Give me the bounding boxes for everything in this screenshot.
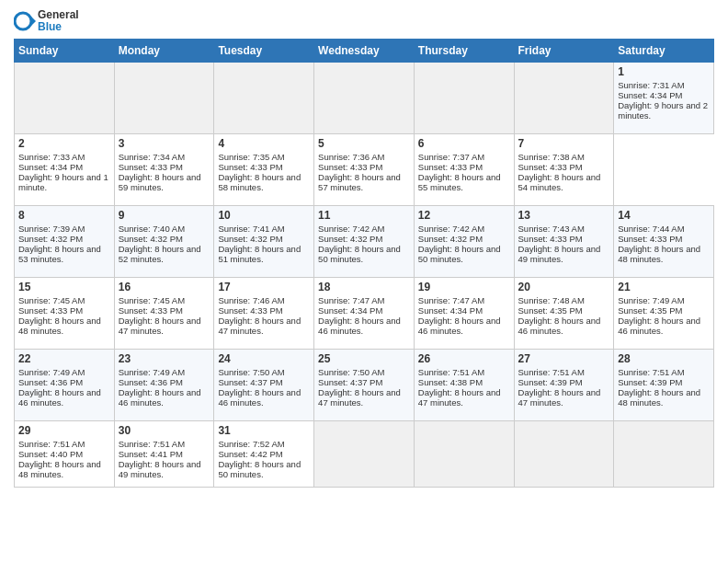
day-cell-15: 15Sunrise: 7:45 AMSunset: 4:33 PMDayligh… xyxy=(15,278,115,350)
day-header-thursday: Thursday xyxy=(414,40,514,63)
day-number: 6 xyxy=(418,137,510,150)
day-cell-23: 23Sunrise: 7:49 AMSunset: 4:36 PMDayligh… xyxy=(114,350,214,421)
day-number: 12 xyxy=(418,209,510,222)
day-number: 14 xyxy=(618,209,710,222)
day-cell-3: 3Sunrise: 7:34 AMSunset: 4:33 PMDaylight… xyxy=(114,134,214,206)
day-cell-29: 29Sunrise: 7:51 AMSunset: 4:40 PMDayligh… xyxy=(15,421,115,488)
day-number: 27 xyxy=(518,352,610,365)
day-cell-4: 4Sunrise: 7:35 AMSunset: 4:33 PMDaylight… xyxy=(214,134,314,206)
day-cell-12: 12Sunrise: 7:42 AMSunset: 4:32 PMDayligh… xyxy=(414,206,514,278)
day-number: 11 xyxy=(318,209,410,222)
day-header-wednesday: Wednesday xyxy=(314,40,415,63)
day-cell-9: 9Sunrise: 7:40 AMSunset: 4:32 PMDaylight… xyxy=(114,206,214,278)
day-number: 19 xyxy=(418,281,510,293)
day-cell-31: 31Sunrise: 7:52 AMSunset: 4:42 PMDayligh… xyxy=(214,421,314,488)
logo: General Blue xyxy=(14,9,79,33)
day-cell-5: 5Sunrise: 7:36 AMSunset: 4:33 PMDaylight… xyxy=(314,134,415,206)
day-cell-19: 19Sunrise: 7:47 AMSunset: 4:34 PMDayligh… xyxy=(414,278,514,350)
day-cell-22: 22Sunrise: 7:49 AMSunset: 4:36 PMDayligh… xyxy=(15,350,115,421)
calendar-container: General Blue SundayMondayTuesdayWednesda… xyxy=(0,0,728,497)
empty-cell xyxy=(614,421,714,488)
empty-cell xyxy=(114,63,214,134)
day-number: 29 xyxy=(18,424,110,437)
calendar-table: SundayMondayTuesdayWednesdayThursdayFrid… xyxy=(14,39,714,488)
empty-cell xyxy=(314,63,415,134)
day-number: 21 xyxy=(618,281,710,293)
day-number: 16 xyxy=(119,281,210,293)
day-number: 28 xyxy=(618,352,710,365)
day-cell-20: 20Sunrise: 7:48 AMSunset: 4:35 PMDayligh… xyxy=(514,278,614,350)
day-cell-26: 26Sunrise: 7:51 AMSunset: 4:38 PMDayligh… xyxy=(414,350,514,421)
empty-cell xyxy=(414,63,514,134)
day-number: 1 xyxy=(618,65,710,78)
day-cell-10: 10Sunrise: 7:41 AMSunset: 4:32 PMDayligh… xyxy=(214,206,314,278)
empty-cell xyxy=(314,421,415,488)
day-header-saturday: Saturday xyxy=(614,40,714,63)
header: General Blue xyxy=(14,9,714,33)
day-cell-18: 18Sunrise: 7:47 AMSunset: 4:34 PMDayligh… xyxy=(314,278,415,350)
day-number: 20 xyxy=(518,281,610,293)
day-number: 25 xyxy=(318,352,410,365)
day-number: 9 xyxy=(119,209,210,222)
day-cell-1: 1Sunrise: 7:31 AMSunset: 4:34 PMDaylight… xyxy=(614,63,714,134)
day-number: 26 xyxy=(418,352,510,365)
day-number: 13 xyxy=(518,209,610,222)
day-number: 3 xyxy=(119,137,210,150)
day-number: 31 xyxy=(218,424,310,437)
day-number: 22 xyxy=(18,352,110,365)
day-number: 5 xyxy=(318,137,410,150)
day-number: 10 xyxy=(218,209,310,222)
day-number: 30 xyxy=(119,424,210,437)
day-header-sunday: Sunday xyxy=(15,40,115,63)
day-cell-25: 25Sunrise: 7:50 AMSunset: 4:37 PMDayligh… xyxy=(314,350,415,421)
empty-cell xyxy=(15,63,115,134)
day-number: 17 xyxy=(218,281,310,293)
day-number: 15 xyxy=(18,281,110,293)
day-cell-11: 11Sunrise: 7:42 AMSunset: 4:32 PMDayligh… xyxy=(314,206,415,278)
empty-cell xyxy=(514,63,614,134)
empty-cell xyxy=(514,421,614,488)
day-cell-28: 28Sunrise: 7:51 AMSunset: 4:39 PMDayligh… xyxy=(614,350,714,421)
day-header-tuesday: Tuesday xyxy=(214,40,314,63)
day-number: 2 xyxy=(18,137,110,150)
day-cell-8: 8Sunrise: 7:39 AMSunset: 4:32 PMDaylight… xyxy=(15,206,115,278)
day-number: 24 xyxy=(218,352,310,365)
day-cell-30: 30Sunrise: 7:51 AMSunset: 4:41 PMDayligh… xyxy=(114,421,214,488)
day-cell-24: 24Sunrise: 7:50 AMSunset: 4:37 PMDayligh… xyxy=(214,350,314,421)
day-cell-7: 7Sunrise: 7:38 AMSunset: 4:33 PMDaylight… xyxy=(514,134,614,206)
svg-point-0 xyxy=(15,13,31,29)
day-cell-21: 21Sunrise: 7:49 AMSunset: 4:35 PMDayligh… xyxy=(614,278,714,350)
day-number: 8 xyxy=(18,209,110,222)
day-cell-17: 17Sunrise: 7:46 AMSunset: 4:33 PMDayligh… xyxy=(214,278,314,350)
day-header-monday: Monday xyxy=(114,40,214,63)
day-cell-27: 27Sunrise: 7:51 AMSunset: 4:39 PMDayligh… xyxy=(514,350,614,421)
svg-marker-1 xyxy=(30,16,36,27)
day-cell-2: 2Sunrise: 7:33 AMSunset: 4:34 PMDaylight… xyxy=(15,134,115,206)
day-number: 23 xyxy=(119,352,210,365)
empty-cell xyxy=(414,421,514,488)
empty-cell xyxy=(214,63,314,134)
header-row: SundayMondayTuesdayWednesdayThursdayFrid… xyxy=(15,40,714,63)
day-number: 7 xyxy=(518,137,610,150)
day-cell-13: 13Sunrise: 7:43 AMSunset: 4:33 PMDayligh… xyxy=(514,206,614,278)
day-cell-14: 14Sunrise: 7:44 AMSunset: 4:33 PMDayligh… xyxy=(614,206,714,278)
day-cell-6: 6Sunrise: 7:37 AMSunset: 4:33 PMDaylight… xyxy=(414,134,514,206)
day-number: 4 xyxy=(218,137,310,150)
day-number: 18 xyxy=(318,281,410,293)
day-cell-16: 16Sunrise: 7:45 AMSunset: 4:33 PMDayligh… xyxy=(114,278,214,350)
day-header-friday: Friday xyxy=(514,40,614,63)
